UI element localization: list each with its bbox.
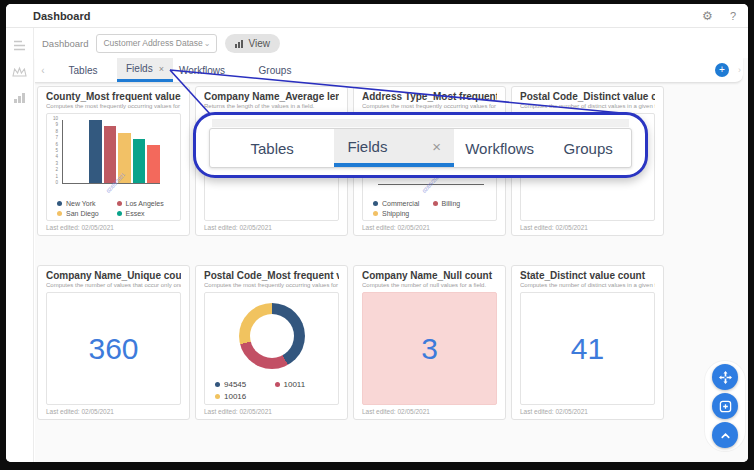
chart-legend: Commercial Billing Shipping: [373, 200, 492, 217]
metric-area-alert: 3: [362, 292, 497, 405]
tab-label: Tables: [69, 65, 98, 76]
card-subtitle: Computes the most frequently occurring v…: [204, 282, 339, 289]
metric-value: 360: [47, 293, 180, 404]
add-widget-button[interactable]: [712, 393, 738, 419]
card-company-name-unique-count[interactable]: Company Name_Unique count Computes the n…: [37, 265, 190, 420]
tab-label: Workflows: [179, 65, 225, 76]
add-tab-button[interactable]: +: [715, 63, 729, 77]
bar: [89, 120, 102, 183]
dashboard-context-label: Dashboard: [42, 38, 88, 49]
legend-item: Shipping: [373, 210, 433, 217]
close-icon[interactable]: ×: [432, 138, 441, 155]
collapse-button[interactable]: [712, 422, 738, 448]
card-title: State_Distinct value count: [520, 270, 655, 282]
left-sidebar: [6, 28, 34, 462]
legend-dot: [117, 201, 122, 206]
legend-item: Los Angeles: [117, 200, 177, 207]
callout-background-strip: [212, 119, 629, 127]
tab-label: Fields: [126, 63, 153, 74]
legend-dot: [215, 394, 220, 399]
tab-tables[interactable]: Tables: [49, 58, 117, 82]
tab-strip: ‹ Tables Fields × Workflows Groups + ›: [35, 58, 743, 83]
legend-item: 10011: [275, 380, 335, 389]
chart-legend: New York Los Angeles San Diego Essex: [57, 200, 176, 217]
bar: [104, 126, 117, 183]
legend-dot: [117, 211, 122, 216]
page-title: Dashboard: [33, 10, 90, 22]
chart-icon[interactable]: [12, 91, 27, 104]
view-button[interactable]: View: [225, 34, 280, 53]
last-edited: Last edited: 02/05/2021: [520, 408, 655, 416]
bar: [133, 139, 146, 183]
last-edited: Last edited: 02/05/2021: [362, 408, 497, 416]
move-button[interactable]: [712, 364, 738, 390]
legend-dot: [275, 382, 280, 387]
bar-plot: [62, 120, 160, 184]
move-icon: [719, 371, 732, 384]
chevron-down-icon: ⌄: [204, 39, 211, 48]
legend-dot: [57, 201, 62, 206]
last-edited: Last edited: 02/05/2021: [362, 224, 497, 232]
metric-value: 41: [521, 293, 654, 404]
metric-area: 360: [46, 292, 181, 405]
card-company-name-null-count[interactable]: Company Name_Null count Computes the num…: [353, 265, 506, 420]
legend-dot: [373, 201, 378, 206]
fab-dock: [704, 360, 746, 452]
card-subtitle: Computes the number of values that occur…: [46, 282, 181, 289]
last-edited: Last edited: 02/05/2021: [204, 224, 339, 232]
card-title: Postal Code_Most frequent values: [204, 270, 339, 282]
title-bar: Dashboard ⚙ ?: [6, 4, 748, 28]
callout-tab-fields[interactable]: Fields ×: [334, 129, 454, 167]
dataset-selector[interactable]: Customer Address Datase ⌄: [96, 34, 217, 53]
tab-fields[interactable]: Fields ×: [117, 58, 173, 82]
tab-workflows[interactable]: Workflows: [173, 58, 231, 82]
donut-ring: [239, 303, 305, 369]
view-button-label: View: [248, 38, 270, 49]
legend-item: Commercial: [373, 200, 433, 207]
legend-item: Essex: [117, 210, 177, 217]
card-title: Company Name_Average length: [204, 91, 339, 103]
metric-value: 3: [363, 293, 496, 404]
dashboard-toolbar: Dashboard Customer Address Datase ⌄ View: [35, 28, 748, 58]
dataset-selector-value: Customer Address Datase: [103, 38, 202, 48]
metric-area: 41: [520, 292, 655, 405]
tab-groups[interactable]: Groups: [245, 58, 305, 82]
callout-tab-tables[interactable]: Tables: [210, 129, 334, 167]
callout-tab-groups[interactable]: Groups: [545, 129, 631, 167]
last-edited: Last edited: 02/05/2021: [46, 408, 181, 416]
card-subtitle: Computes the most frequently occurring v…: [362, 103, 497, 110]
card-subtitle: Returns the length of the values in a fi…: [204, 103, 339, 110]
card-postal-code-most-frequent[interactable]: Postal Code_Most frequent values Compute…: [195, 265, 348, 420]
tab-label: Groups: [564, 140, 613, 157]
crown-icon[interactable]: [12, 65, 27, 78]
legend-item: 10016: [215, 392, 275, 401]
card-title: Postal Code_Distinct value count: [520, 91, 655, 103]
card-subtitle: Computes the number of null values for a…: [362, 282, 497, 289]
donut-chart: 94545 10011 10016: [204, 292, 339, 405]
tabs-magnifier-callout: Tables Fields × Workflows Groups: [193, 112, 648, 178]
card-title: Company Name_Unique count: [46, 270, 181, 282]
card-county-most-frequent[interactable]: County_Most frequent values Computes the…: [37, 86, 190, 236]
card-title: Address Type_Most frequent values: [362, 91, 497, 103]
add-widget-icon: [719, 400, 732, 413]
callout-tab-workflows[interactable]: Workflows: [454, 129, 546, 167]
last-edited: Last edited: 02/05/2021: [520, 224, 655, 232]
bar-chart: 109876543210 02/05/2021 New York Los Ang…: [46, 113, 181, 221]
bar: [147, 145, 160, 183]
legend-dot: [215, 382, 220, 387]
card-subtitle: Computes the most frequently occurring v…: [46, 103, 181, 110]
bar-chart-icon: [235, 39, 244, 48]
settings-icon[interactable]: ⚙: [702, 8, 713, 24]
chart-legend: 94545 10011 10016: [215, 380, 334, 401]
list-icon[interactable]: [12, 39, 27, 52]
close-icon[interactable]: ×: [159, 64, 164, 74]
legend-dot: [433, 201, 438, 206]
chevron-up-icon: [719, 429, 732, 442]
card-state-distinct-count[interactable]: State_Distinct value count Computes the …: [511, 265, 664, 420]
tab-label: Groups: [259, 65, 292, 76]
help-icon[interactable]: ?: [730, 8, 736, 24]
tabs-scroll-left-icon[interactable]: ‹: [37, 58, 49, 82]
tabs-scroll-right-icon[interactable]: ›: [738, 65, 741, 75]
card-subtitle: Computes the number of distinct values i…: [520, 103, 655, 110]
card-title: Company Name_Null count: [362, 270, 497, 282]
